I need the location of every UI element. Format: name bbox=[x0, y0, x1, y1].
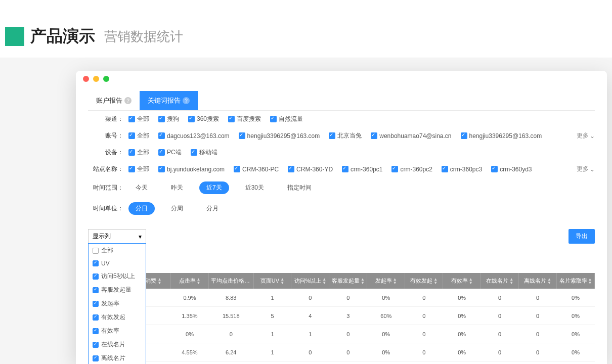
table-cell: 0 bbox=[519, 325, 557, 343]
dropdown-item[interactable]: 有效率 bbox=[89, 324, 146, 338]
table-cell: 0% bbox=[557, 361, 595, 364]
filter-row-account: 账号： 全部dagcuos123@163.comhengjiu3396295@1… bbox=[88, 127, 595, 144]
tab-account-report[interactable]: 账户报告 ? bbox=[88, 91, 140, 110]
more-link[interactable]: 更多 ⌄ bbox=[577, 131, 595, 140]
filter-pill[interactable]: 分月 bbox=[199, 202, 226, 215]
filter-pill[interactable]: 指定时间 bbox=[280, 181, 319, 194]
column-header[interactable]: 访问%以上▲▼ bbox=[291, 273, 329, 289]
table-cell: 0 bbox=[405, 325, 443, 343]
filter-checkbox[interactable]: dagcuos123@163.com bbox=[158, 132, 230, 140]
column-header[interactable]: 离线名片▲▼ bbox=[519, 273, 557, 289]
dropdown-item[interactable]: 在线名片 bbox=[89, 338, 146, 351]
filter-checkbox[interactable]: hengjiu3396295@163.com bbox=[461, 132, 542, 140]
table-cell: 0 bbox=[519, 343, 557, 361]
dropdown-item[interactable]: 发起率 bbox=[89, 297, 146, 310]
table-cell: 0 bbox=[481, 289, 519, 307]
table-cell: 0.9% bbox=[171, 289, 209, 307]
checkbox-icon bbox=[228, 116, 235, 122]
checkbox-icon bbox=[461, 132, 467, 139]
dropdown-label: 访问5秒以上 bbox=[101, 272, 135, 281]
filter-checkbox[interactable]: crm-360pc1 bbox=[342, 166, 382, 173]
column-dropdown[interactable]: 全部UV访问5秒以上客服发起量发起率有效发起有效率在线名片离线名片名片索取率有效… bbox=[88, 243, 146, 364]
filter-pill[interactable]: 昨天 bbox=[164, 181, 190, 194]
column-header[interactable]: 页面UV▲▼ bbox=[253, 273, 291, 289]
brand-block bbox=[5, 27, 24, 46]
table-cell: 0 bbox=[253, 361, 291, 364]
column-header[interactable]: 在线名片▲▼ bbox=[481, 273, 519, 289]
table-row[interactable]: bj-云朵课堂1.35%15.51854360%00%000% bbox=[88, 307, 595, 325]
checkbox-icon bbox=[270, 116, 277, 122]
filter-row-device: 设备： 全部PC端移动端 bbox=[88, 144, 595, 161]
checkbox-label: PC端 bbox=[167, 148, 182, 157]
filter-checkbox[interactable]: 移动端 bbox=[191, 148, 217, 157]
table-cell: 6.24 bbox=[208, 343, 253, 361]
filter-checkbox[interactable]: 搜狗 bbox=[158, 115, 179, 123]
dropdown-label: 有效发起 bbox=[101, 313, 125, 322]
dropdown-item[interactable]: 有效发起 bbox=[89, 310, 146, 324]
filter-pill[interactable]: 分日 bbox=[128, 202, 155, 215]
dropdown-item[interactable]: 客服发起量 bbox=[89, 283, 146, 297]
filter-checkbox[interactable]: wenbohuamao74@sina.cn bbox=[371, 132, 451, 140]
checkbox-icon bbox=[371, 132, 377, 139]
filter-checkbox[interactable]: PC端 bbox=[158, 148, 182, 157]
filter-checkbox[interactable]: crm-360pc3 bbox=[442, 166, 482, 173]
column-header[interactable]: 有效发起▲▼ bbox=[405, 273, 443, 289]
table-row[interactable]: bj-云朵课堂0%00000%00%000% bbox=[88, 361, 595, 364]
filter-checkbox[interactable]: CRM-360-YD bbox=[288, 166, 333, 173]
filter-checkbox[interactable]: 百度搜索 bbox=[228, 115, 261, 123]
column-header[interactable]: 名片索取率▲▼ bbox=[557, 273, 595, 289]
checkbox-icon bbox=[329, 132, 335, 139]
filter-checkbox[interactable]: 北京当兔 bbox=[329, 131, 362, 140]
dropdown-item[interactable]: UV bbox=[89, 257, 146, 269]
table-row[interactable]: bj-云朵课堂4.55%6.241000%00%000% bbox=[88, 343, 595, 361]
checkbox-icon bbox=[93, 301, 99, 307]
filter-checkbox[interactable]: hengjiu3396295@163.com bbox=[239, 132, 320, 140]
help-icon[interactable]: ? bbox=[124, 97, 132, 104]
column-header[interactable]: 发起率▲▼ bbox=[367, 273, 405, 289]
dropdown-item[interactable]: 全部 bbox=[89, 244, 146, 257]
table-cell: 0% bbox=[443, 361, 481, 364]
export-button[interactable]: 导出 bbox=[569, 229, 595, 244]
column-header[interactable]: 平均点击价格(元)▲▼ bbox=[208, 273, 253, 289]
filter-checkbox[interactable]: 自然流量 bbox=[270, 115, 303, 123]
filter-checkbox[interactable]: crm-360pc2 bbox=[391, 166, 432, 173]
filter-pill[interactable]: 近7天 bbox=[199, 181, 229, 194]
table-cell: 0% bbox=[443, 289, 481, 307]
checkbox-icon bbox=[234, 166, 240, 172]
tab-label: 关键词报告 bbox=[148, 96, 181, 105]
filter-checkbox[interactable]: CRM-360-PC bbox=[234, 166, 279, 173]
checkbox-label: crm-360pc3 bbox=[450, 166, 482, 173]
filter-checkbox[interactable]: 全部 bbox=[128, 131, 149, 140]
more-link[interactable]: 更多 ⌄ bbox=[577, 165, 595, 173]
table-cell: 0% bbox=[367, 361, 405, 364]
maximize-icon[interactable] bbox=[103, 76, 109, 82]
dropdown-label: UV bbox=[101, 260, 110, 267]
filter-checkbox[interactable]: bj.yunduoketang.com bbox=[158, 166, 225, 173]
filter-checkbox[interactable]: 360搜索 bbox=[188, 115, 219, 123]
close-icon[interactable] bbox=[83, 76, 89, 82]
help-icon[interactable]: ? bbox=[183, 97, 190, 104]
filter-checkbox[interactable]: 全部 bbox=[128, 165, 149, 173]
dropdown-item[interactable]: 离线名片 bbox=[89, 351, 146, 364]
filter-pill[interactable]: 今天 bbox=[128, 181, 155, 194]
table-row[interactable]: bj-云朵课堂0.9%8.831000%00%000% bbox=[88, 289, 595, 307]
filter-checkbox[interactable]: crm-360yd3 bbox=[491, 166, 532, 173]
column-header[interactable]: 点击率▲▼ bbox=[171, 273, 209, 289]
table-cell: 0 bbox=[519, 289, 557, 307]
filter-pill[interactable]: 近30天 bbox=[238, 181, 271, 194]
dropdown-item[interactable]: 访问5秒以上 bbox=[89, 269, 146, 283]
column-selector[interactable]: 显示列 ▾ bbox=[88, 229, 146, 244]
table-body: bj-云朵课堂0.9%8.831000%00%000%bj-云朵课堂1.35%1… bbox=[88, 289, 595, 364]
dropdown-label: 有效率 bbox=[101, 327, 119, 335]
checkbox-icon bbox=[128, 132, 135, 139]
filter-pill[interactable]: 分周 bbox=[164, 202, 190, 215]
filter-checkbox[interactable]: 全部 bbox=[128, 115, 149, 123]
column-header[interactable]: 客服发起量▲▼ bbox=[329, 273, 367, 289]
minimize-icon[interactable] bbox=[93, 76, 99, 82]
column-header[interactable]: 有效率▲▼ bbox=[443, 273, 481, 289]
filter-checkbox[interactable]: 全部 bbox=[128, 148, 149, 157]
checkbox-label: hengjiu3396295@163.com bbox=[247, 132, 320, 140]
sort-icon: ▲▼ bbox=[361, 278, 365, 285]
table-row[interactable]: bj-云朵课堂0%01100%00%000% bbox=[88, 325, 595, 343]
tab-keyword-report[interactable]: 关键词报告 ? bbox=[140, 91, 198, 110]
